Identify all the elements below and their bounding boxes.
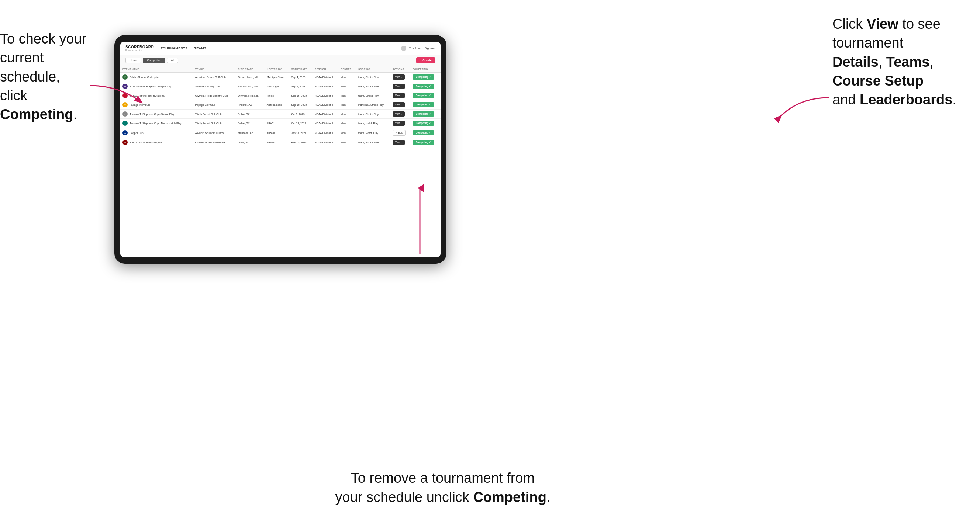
- create-button[interactable]: + Create: [416, 57, 435, 63]
- city-state-cell: Grand Haven, MI: [236, 73, 264, 82]
- event-name-cell: J Jackson T. Stephens Cup - Men's Match …: [120, 119, 193, 128]
- division-cell: NCAA Division I: [312, 73, 338, 82]
- competing-cell: Competing ✓: [410, 100, 441, 110]
- venue-cell: Olympia Fields Country Club: [193, 91, 236, 100]
- hosted-by-cell: Michigan State: [264, 73, 289, 82]
- division-cell: NCAA Division I: [312, 100, 338, 110]
- event-name-cell: H John A. Burns Intercollegiate: [120, 138, 193, 147]
- competing-cell: Competing ✓: [410, 119, 441, 128]
- division-cell: NCAA Division I: [312, 119, 338, 128]
- competing-button[interactable]: Competing ✓: [412, 121, 435, 126]
- start-date-cell: Sep 4, 2023: [289, 73, 312, 82]
- competing-cell: Competing ✓: [410, 91, 441, 100]
- start-date-cell: Sep 15, 2023: [289, 91, 312, 100]
- table-row: H John A. Burns Intercollegiate Ocean Co…: [120, 138, 441, 147]
- annotation-tr-text: Click View to see tournament Details, Te…: [832, 16, 956, 107]
- col-competing: COMPETING: [410, 66, 441, 73]
- table-row: F Folds of Honor Collegiate American Dun…: [120, 73, 441, 82]
- table-row: P Papago Individual Papago Golf ClubPhoe…: [120, 100, 441, 110]
- filter-tabs: Home Competing All: [126, 57, 178, 63]
- actions-cell: ✎ Edit: [390, 128, 410, 138]
- event-name-text: John A. Burns Intercollegiate: [129, 141, 162, 144]
- col-gender: GENDER: [338, 66, 356, 73]
- view-button[interactable]: View ℹ: [393, 140, 405, 145]
- col-hosted-by: HOSTED BY: [264, 66, 289, 73]
- start-date-cell: Oct 9, 2023: [289, 110, 312, 119]
- sign-out-link[interactable]: Sign out: [425, 46, 435, 50]
- city-state-cell: Lihue, HI: [236, 138, 264, 147]
- app-navbar: SCOREBOARD Powered by clipp TOURNAMENTS …: [120, 42, 441, 55]
- table-header-row: EVENT NAME VENUE CITY, STATE HOSTED BY S…: [120, 66, 441, 73]
- start-date-cell: Sep 18, 2023: [289, 100, 312, 110]
- actions-cell: View ℹ: [390, 82, 410, 91]
- competing-button[interactable]: Competing ✓: [412, 140, 435, 145]
- view-button[interactable]: View ℹ: [393, 121, 405, 126]
- col-division: DIVISION: [312, 66, 338, 73]
- nav-tournaments[interactable]: TOURNAMENTS: [161, 46, 188, 51]
- city-state-cell: Olympia Fields, IL: [236, 91, 264, 100]
- competing-button[interactable]: Competing ✓: [412, 130, 435, 135]
- table-row: J Jackson T. Stephens Cup - Stroke Play …: [120, 110, 441, 119]
- annotation-bottom: To remove a tournament fromyour schedule…: [317, 469, 568, 507]
- city-state-cell: Dallas, TX: [236, 110, 264, 119]
- tab-all[interactable]: All: [167, 57, 178, 63]
- edit-button[interactable]: ✎ Edit: [393, 130, 406, 136]
- nav-links: TOURNAMENTS TEAMS: [161, 46, 401, 51]
- filter-bar: Home Competing All + Create: [120, 55, 441, 66]
- user-label: Test User: [409, 46, 422, 50]
- competing-button[interactable]: Competing ✓: [412, 84, 435, 89]
- tablet-device: SCOREBOARD Powered by clipp TOURNAMENTS …: [115, 35, 447, 264]
- competing-cell: Competing ✓: [410, 138, 441, 147]
- competing-cell: Competing ✓: [410, 128, 441, 138]
- nav-teams[interactable]: TEAMS: [194, 46, 206, 51]
- annotation-tl-text: To check yourcurrent schedule,click Comp…: [0, 31, 86, 122]
- venue-cell: Ocean Course At Hokuala: [193, 138, 236, 147]
- view-button[interactable]: View ℹ: [393, 84, 405, 89]
- col-event-name: EVENT NAME: [120, 66, 193, 73]
- start-date-cell: Feb 15, 2024: [289, 138, 312, 147]
- competing-button[interactable]: Competing ✓: [412, 111, 435, 116]
- venue-cell: Ak-Chin Southern Dunes: [193, 128, 236, 138]
- view-button[interactable]: View ℹ: [393, 102, 405, 107]
- col-venue: VENUE: [193, 66, 236, 73]
- hosted-by-cell: Hawaii: [264, 138, 289, 147]
- scoring-cell: team, Match Play: [356, 128, 390, 138]
- division-cell: NCAA Division I: [312, 91, 338, 100]
- tab-home[interactable]: Home: [126, 57, 141, 63]
- scoring-cell: team, Stroke Play: [356, 91, 390, 100]
- gender-cell: Men: [338, 82, 356, 91]
- competing-button[interactable]: Competing ✓: [412, 75, 435, 80]
- col-city-state: CITY, STATE: [236, 66, 264, 73]
- arrow-bottom: [412, 184, 427, 258]
- gender-cell: Men: [338, 91, 356, 100]
- actions-cell: View ℹ: [390, 91, 410, 100]
- start-date-cell: Jan 14, 2024: [289, 128, 312, 138]
- competing-cell: Competing ✓: [410, 110, 441, 119]
- annotation-top-right: Click View to see tournament Details, Te…: [832, 15, 973, 109]
- table-row: J Jackson T. Stephens Cup - Men's Match …: [120, 119, 441, 128]
- event-name-cell: A Copper Cup: [120, 128, 193, 138]
- col-start-date: START DATE: [289, 66, 312, 73]
- gender-cell: Men: [338, 100, 356, 110]
- team-logo: J: [123, 121, 128, 126]
- competing-button[interactable]: Competing ✓: [412, 102, 435, 107]
- view-button[interactable]: View ℹ: [393, 93, 405, 98]
- venue-cell: American Dunes Golf Club: [193, 73, 236, 82]
- scoring-cell: individual, Stroke Play: [356, 100, 390, 110]
- view-button[interactable]: View ℹ: [393, 111, 405, 116]
- venue-cell: Trinity Forest Golf Club: [193, 119, 236, 128]
- division-cell: NCAA Division I: [312, 138, 338, 147]
- gender-cell: Men: [338, 110, 356, 119]
- hosted-by-cell: ABAC: [264, 119, 289, 128]
- competing-button[interactable]: Competing ✓: [412, 93, 435, 98]
- city-state-cell: Dallas, TX: [236, 119, 264, 128]
- table-row: W 2023 Sahalee Players Championship Saha…: [120, 82, 441, 91]
- brand-title: SCOREBOARD: [126, 45, 154, 49]
- hosted-by-cell: [264, 110, 289, 119]
- team-logo: J: [123, 111, 128, 116]
- view-button[interactable]: View ℹ: [393, 75, 405, 80]
- city-state-cell: Sammamish, WA: [236, 82, 264, 91]
- actions-cell: View ℹ: [390, 73, 410, 82]
- tab-competing[interactable]: Competing: [143, 57, 165, 63]
- event-name-text: Jackson T. Stephens Cup - Stroke Play: [129, 113, 174, 116]
